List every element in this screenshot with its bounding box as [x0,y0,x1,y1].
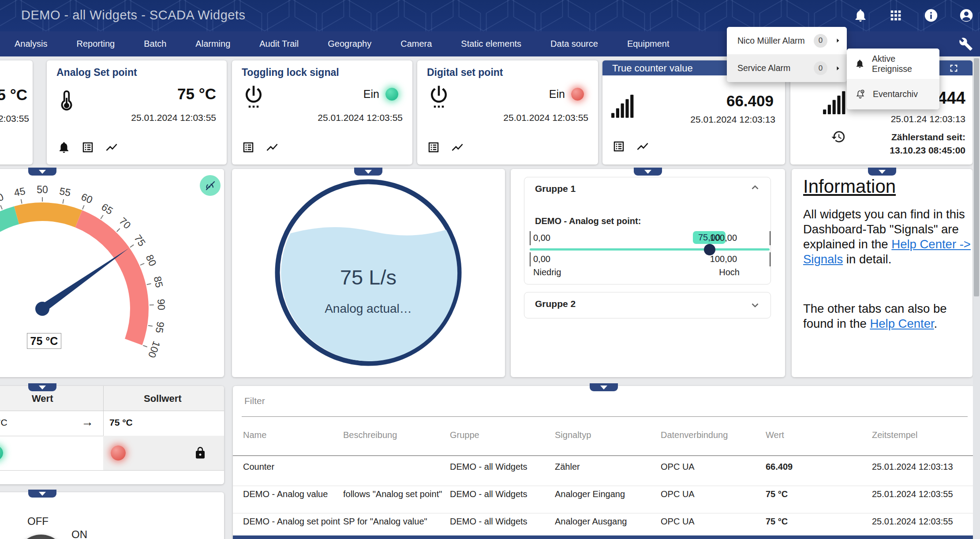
widget-information: Information All widgets you can find in … [792,169,973,377]
header-divider [233,455,975,456]
apps-grid-icon[interactable] [888,8,903,23]
tab-batch[interactable]: Batch [129,31,181,56]
fullscreen-expand-icon[interactable] [948,62,960,74]
collapse-handle[interactable] [354,168,382,176]
menu-item-aktive-ereignisse[interactable]: Aktive Ereignisse [847,49,939,79]
list-icon[interactable] [81,141,94,154]
value-text: 75 °C [0,86,27,104]
sollwert-cell: 75 °C [109,417,133,428]
cell-wert: 66.409 [766,462,793,472]
range-max-tick [770,252,771,266]
tab-audit-trail[interactable]: Audit Trail [245,31,313,56]
lock-icon [194,446,207,460]
alarm-dropdown-menu: Nico Müller Alarm 0 Service Alarm 0 [727,27,847,82]
svg-text:75: 75 [132,232,148,248]
history-icon[interactable] [831,129,846,144]
tab-reporting[interactable]: Reporting [62,31,129,56]
widget-gauge: 404550556065707580859095100 75 °C [0,169,224,377]
timestamp: 25.01.2024 12:03:55 [318,112,403,123]
tab-analysis[interactable]: Analysis [0,31,62,56]
help-center-link[interactable]: Help Center [870,317,934,330]
tab-data-source[interactable]: Data source [536,31,613,56]
chevron-up-icon[interactable] [749,182,761,193]
tab-camera[interactable]: Camera [386,31,446,56]
menu-item-eventarchiv[interactable]: Eventarchiv [847,79,939,109]
widget-title: True counter value [612,63,693,74]
svg-text:45: 45 [13,185,26,198]
bell-icon [855,58,865,69]
collapse-handle[interactable] [28,490,56,498]
col-gruppe[interactable]: Gruppe [450,430,479,440]
info-icon[interactable] [924,8,939,23]
col-signaltyp[interactable]: Signaltyp [555,430,591,440]
menu-item-nico-mueller-alarm[interactable]: Nico Müller Alarm 0 [727,27,847,54]
list-icon[interactable] [427,141,440,154]
tab-geography[interactable]: Geography [313,31,386,56]
gauge-needle-hub [35,302,49,316]
power-icon [427,83,451,109]
cell-name: DEMO - Analog set point [243,517,340,527]
collapse-handle[interactable] [590,383,618,391]
alarm-bell-icon[interactable] [57,141,71,154]
col-wert[interactable]: Wert [766,430,784,440]
widget-toggling-lock-signal: Toggling lock signal Ein 25.01.2024 12:0… [232,60,412,165]
widget-digital-set-point: Digital set point Ein 25.01.2024 12:03:5… [417,60,598,165]
trend-chart-icon[interactable] [266,141,279,154]
collapse-handle[interactable] [634,168,662,176]
col-datenverbindung[interactable]: Datenverbindung [661,430,728,440]
rotary-knob[interactable] [16,535,66,539]
svg-text:85: 85 [152,275,165,289]
widget-cut-analog-value: 75 °C 25.01.2024 12:03:55 [0,60,33,165]
info-paragraph-1: All widgets you can find in this Dashboa… [803,207,973,267]
account-user-icon[interactable] [959,8,974,23]
collapse-handle[interactable] [28,168,56,176]
filter-input[interactable] [244,396,509,406]
status-dot-red [571,88,584,101]
col-name[interactable]: Name [243,430,266,440]
collapse-handle[interactable] [868,168,896,176]
list-icon[interactable] [612,140,625,153]
tab-alarming[interactable]: Alarming [181,31,245,56]
group-title: Gruppe 1 [535,183,576,194]
info-paragraph-2: The other tabs can also be found in the … [803,301,973,331]
tab-static-elements[interactable]: Static elements [446,31,536,56]
signal-off-icon [204,179,217,192]
range-max-label: 100,00 [710,254,737,264]
menu-item-label: Eventarchiv [873,89,918,99]
col-zeitstempel[interactable]: Zeitstempel [872,430,917,440]
trend-chart-icon[interactable] [105,141,118,154]
column-header-wert: Wert [32,393,53,404]
col-beschreibung[interactable]: Beschreibung [343,430,397,440]
widget-groups: Gruppe 1 DEMO - Analog set point: 0,00 7… [511,169,785,377]
tank-value: 75 L/s [340,266,396,289]
svg-text:100: 100 [146,340,163,359]
cell-gruppe: DEMO - all Widgets [450,462,527,472]
gauge-zone-orange [17,212,79,219]
chevron-down-icon[interactable] [749,299,761,311]
signal-bars-icon [611,93,635,119]
setpoint-slider[interactable] [530,248,770,251]
vertical-scrollbar[interactable] [973,56,980,539]
tab-equipment[interactable]: Equipment [613,31,684,56]
group-1-section: Gruppe 1 DEMO - Analog set point: 0,00 7… [524,177,771,284]
cell-zeitstempel: 25.01.2024 12:03:13 [872,462,953,472]
collapse-handle[interactable] [28,383,56,391]
notifications-bell-icon[interactable] [853,8,868,23]
scrollbar-thumb[interactable] [974,58,979,296]
counter-since-label: Zählerstand seit: [891,132,965,142]
trend-chart-icon[interactable] [451,141,464,154]
rotary-off-label: OFF [27,515,49,528]
signal-toggle-button[interactable] [200,175,221,196]
widget-value-table: Wert Sollwert 75 °C → 75 °C [0,386,224,484]
filter-underline [242,416,968,417]
list-icon[interactable] [242,141,255,154]
gauge-needle [40,248,129,312]
cell-datenverbindung: OPC UA [661,462,695,472]
trend-chart-icon[interactable] [636,140,649,153]
wrench-icon[interactable] [959,37,973,51]
menu-item-service-alarm[interactable]: Service Alarm 0 [727,54,847,82]
thermometer-icon [57,82,76,118]
signal-bars-icon [823,90,847,115]
submenu-arrow-icon [834,36,842,45]
widget-signal-table: Name Beschreibung Gruppe Signaltyp Daten… [233,386,975,539]
